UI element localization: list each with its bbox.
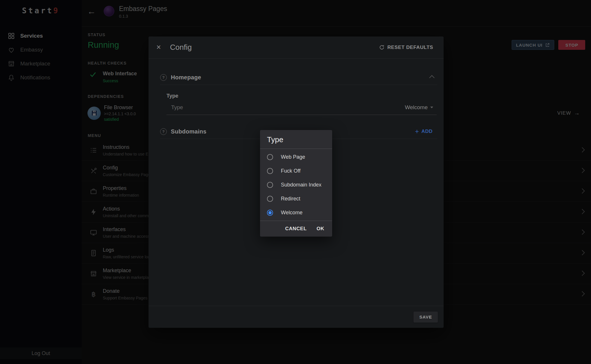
radio-icon [267,182,273,188]
radio-option-label: Fuck Off [281,168,301,174]
radio-icon [267,168,273,174]
radio-option-subdomain-index[interactable]: Subdomain Index [260,178,332,192]
ok-button[interactable]: OK [313,224,328,234]
radio-icon [267,154,273,160]
radio-icon [267,196,273,202]
type-select-dialog: Type Web Page Fuck Off Subdomain Index R… [260,130,332,237]
radio-option-web-page[interactable]: Web Page [260,150,332,164]
radio-option-label: Subdomain Index [281,182,321,188]
radio-option-fuck-off[interactable]: Fuck Off [260,164,332,178]
dialog-buttons: CANCEL OK [260,221,332,237]
radio-option-label: Redirect [281,196,300,202]
dialog-title: Type [260,130,332,149]
radio-option-label: Web Page [281,154,305,160]
app-screen: Start9 Services Embassy [0,0,591,364]
radio-group: Web Page Fuck Off Subdomain Index Redire… [260,149,332,221]
radio-option-label: Welcome [281,210,303,216]
radio-option-welcome[interactable]: Welcome [260,206,332,220]
radio-option-redirect[interactable]: Redirect [260,192,332,206]
radio-icon [267,210,273,216]
cancel-button[interactable]: CANCEL [281,224,310,234]
